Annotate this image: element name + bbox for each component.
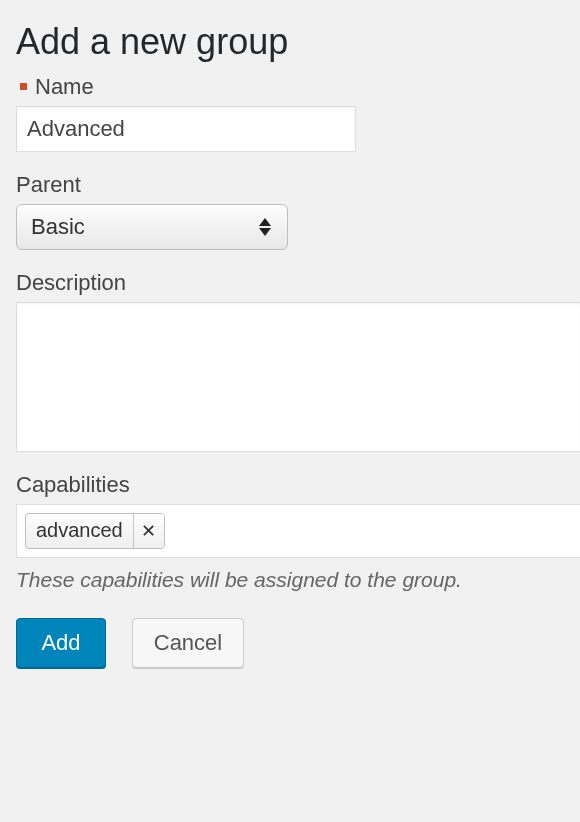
capabilities-label: Capabilities <box>16 472 564 498</box>
cancel-button[interactable]: Cancel <box>132 618 244 668</box>
select-stepper-icon <box>259 218 271 236</box>
page-title: Add a new group <box>16 22 564 62</box>
parent-label: Parent <box>16 172 564 198</box>
field-parent: Parent Basic <box>16 172 564 250</box>
form-actions: Add Cancel <box>16 618 564 668</box>
add-button[interactable]: Add <box>16 618 106 668</box>
capabilities-help-text: These capabilities will be assigned to t… <box>16 568 564 592</box>
description-textarea[interactable] <box>16 302 580 452</box>
name-label: Name <box>35 74 94 100</box>
remove-chip-icon[interactable]: ✕ <box>134 514 164 548</box>
name-label-row: Name <box>16 74 564 100</box>
capability-chip: advanced ✕ <box>25 513 165 549</box>
description-label: Description <box>16 270 564 296</box>
capabilities-input[interactable]: advanced ✕ <box>16 504 580 558</box>
field-description: Description <box>16 270 564 452</box>
field-capabilities: Capabilities advanced ✕ These capabiliti… <box>16 472 564 592</box>
name-input[interactable] <box>16 106 356 152</box>
parent-selected-value: Basic <box>31 214 85 240</box>
field-name: Name <box>16 74 564 152</box>
parent-select[interactable]: Basic <box>16 204 288 250</box>
capability-chip-label: advanced <box>26 514 134 548</box>
required-marker-icon <box>20 83 27 90</box>
